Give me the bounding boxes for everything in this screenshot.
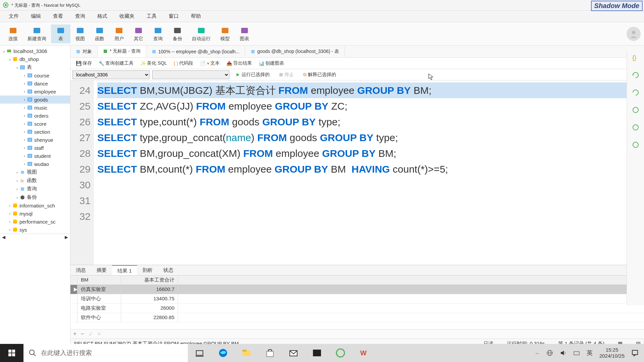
braces-icon[interactable]: {} — [632, 54, 640, 62]
code-line-27[interactable]: SELECT type,group_concat(name) FROM good… — [97, 130, 637, 145]
add-row-button[interactable]: + — [73, 330, 77, 338]
sidebar-scroll[interactable]: ◀▶ — [0, 234, 70, 240]
result-tab-结果 1[interactable]: 结果 1 — [112, 265, 137, 275]
table-row[interactable]: 电路实验室26000 — [70, 304, 644, 313]
action-导出结果[interactable]: 📤导出结果 — [224, 59, 255, 67]
table-row[interactable]: 软件中心22800.85 — [70, 313, 644, 322]
action-查询创建工具[interactable]: 🔧查询创建工具 — [96, 59, 136, 67]
menu-格式[interactable]: 格式 — [91, 11, 113, 21]
tray-chevron-icon[interactable]: ︿ — [535, 350, 540, 356]
refresh-icon-4[interactable] — [632, 123, 640, 131]
code-line-31[interactable] — [97, 193, 637, 208]
network-icon[interactable] — [546, 350, 553, 356]
clock[interactable]: 15:25 2024/10/25 — [599, 347, 625, 359]
menu-帮助[interactable]: 帮助 — [185, 11, 207, 21]
code-line-25[interactable]: SELECT ZC,AVG(JJ) FROM employee GROUP BY… — [97, 98, 637, 114]
tree-table-music[interactable]: ›music — [0, 104, 70, 112]
menu-收藏夹[interactable]: 收藏夹 — [113, 11, 141, 21]
keyboard-icon[interactable] — [573, 350, 580, 356]
menu-查询[interactable]: 查询 — [69, 11, 91, 21]
code-line-28[interactable]: SELECT BM,group_concat(XM) FROM employee… — [97, 145, 637, 161]
backup-button[interactable]: 备份 — [168, 24, 187, 43]
tree-folder-函数[interactable]: ›fx函数 — [0, 176, 70, 185]
confirm-button[interactable]: ✓ — [88, 330, 93, 338]
tree-folder-视图[interactable]: ›视图 — [0, 168, 70, 176]
tree-db-information_sch[interactable]: ›information_sch — [0, 201, 70, 209]
chart-button[interactable]: 图表 — [235, 24, 254, 43]
result-tab-消息[interactable]: 消息 — [70, 265, 91, 275]
refresh-icon-2[interactable] — [632, 88, 640, 97]
notification-icon[interactable] — [631, 349, 639, 357]
store-icon[interactable] — [258, 344, 282, 362]
tree-tables[interactable]: ⌄表 — [0, 63, 70, 71]
action-保存[interactable]: 💾保存 — [73, 59, 95, 67]
sql-editor[interactable]: 242526272829303132 SELECT BM,SUM(JBGZ) 基… — [70, 80, 644, 265]
table-row[interactable]: ▶仿真实验室16600.7 — [70, 285, 644, 294]
tree-folder-备份[interactable]: ›备份 — [0, 193, 70, 201]
tree-table-dance[interactable]: ›dance — [0, 79, 70, 87]
tree-table-score[interactable]: ›score — [0, 120, 70, 128]
refresh-icon-5[interactable] — [632, 141, 640, 149]
wps-icon[interactable]: W — [352, 344, 376, 362]
avatar[interactable] — [627, 27, 641, 41]
code-line-32[interactable] — [97, 208, 637, 224]
new-query-button[interactable]: 新建查询 — [23, 24, 51, 43]
tab-query-untitled[interactable]: * 无标题 - 查询 — [98, 46, 146, 57]
tree-table-goods[interactable]: ›goods — [0, 96, 70, 104]
menu-窗口[interactable]: 窗口 — [163, 11, 185, 21]
ime-indicator[interactable]: 英 — [587, 349, 593, 357]
tab-goods[interactable]: goods @db_shop (localhost_3306) - 表 — [245, 46, 345, 57]
view-button[interactable]: 视图 — [70, 24, 90, 43]
remove-row-button[interactable]: − — [81, 330, 85, 338]
table-row[interactable]: 培训中心13400.75 — [70, 294, 644, 304]
action-美化 SQL[interactable]: ✨美化 SQL — [138, 59, 170, 67]
action-创建图表[interactable]: 📊创建图表 — [256, 59, 287, 67]
menu-文件[interactable]: 文件 — [3, 11, 25, 21]
tree-table-employee[interactable]: ›employee — [0, 87, 70, 96]
code-line-29[interactable]: SELECT BM,count(*) FROM employee GROUP B… — [97, 161, 637, 177]
menu-查看[interactable]: 查看 — [47, 11, 69, 21]
taskbar-search[interactable]: 在此键入进行搜索 — [23, 344, 188, 362]
tree-table-student[interactable]: ›student — [0, 152, 70, 160]
code-line-30[interactable] — [97, 177, 637, 193]
tree-db-db_shop[interactable]: ⌄db_shop — [0, 55, 70, 63]
tree-db-sys[interactable]: ›sys — [0, 226, 70, 234]
tree-connection[interactable]: ⌄localhost_3306 — [0, 47, 70, 55]
automation-button[interactable]: 自动运行 — [187, 24, 215, 43]
refresh-icon-3[interactable] — [632, 106, 640, 114]
connection-select[interactable]: localhost_3306 — [72, 70, 150, 79]
explorer-icon[interactable] — [235, 344, 258, 362]
column-header-bm[interactable]: BM — [77, 276, 121, 285]
tree-folder-查询[interactable]: ›查询 — [0, 185, 70, 193]
tree-table-shenyue[interactable]: ›shenyue — [0, 136, 70, 144]
action-代码段[interactable]: ( )代码段 — [171, 59, 196, 67]
result-tab-剖析[interactable]: 剖析 — [137, 265, 158, 275]
tree-db-performance_sc[interactable]: ›performance_sc — [0, 218, 70, 226]
result-tab-状态[interactable]: 状态 — [158, 265, 179, 275]
code-line-26[interactable]: SELECT type,count(*) FROM goods GROUP BY… — [97, 114, 637, 130]
terminal-icon[interactable] — [305, 344, 329, 362]
refresh-icon[interactable] — [632, 71, 640, 79]
code-line-24[interactable]: SELECT BM,SUM(JBGZ) 基本工资合计 FROM employee… — [97, 82, 637, 98]
code-area[interactable]: SELECT BM,SUM(JBGZ) 基本工资合计 FROM employee… — [94, 80, 637, 265]
menu-工具[interactable]: 工具 — [141, 11, 163, 21]
action-文本[interactable]: 📄 ▾文本 — [197, 59, 222, 67]
explain-selected-button[interactable]: ⧉ 解释已选择的 — [300, 71, 339, 79]
task-view-button[interactable] — [188, 344, 211, 362]
stop-button[interactable]: 停止 — [276, 71, 297, 79]
tree-table-course[interactable]: ›course — [0, 71, 70, 79]
other-button[interactable]: 其它 — [129, 24, 148, 43]
edge-icon[interactable] — [211, 344, 235, 362]
table-button[interactable]: 表 — [51, 24, 70, 43]
tab-objects[interactable]: 对象 — [70, 46, 98, 57]
tree-table-staff[interactable]: ›staff — [0, 144, 70, 152]
schema-select[interactable] — [152, 70, 229, 79]
menu-编辑[interactable]: 编辑 — [25, 11, 47, 21]
tab-employee[interactable]: 100% -- employee @db_shop (localh... — [146, 47, 245, 57]
navicat-icon[interactable] — [329, 344, 352, 362]
tree-table-orders[interactable]: ›orders — [0, 112, 70, 120]
connect-button[interactable]: 连接 — [3, 24, 23, 43]
model-button[interactable]: 模型 — [215, 24, 235, 43]
result-tab-摘要[interactable]: 摘要 — [91, 265, 112, 275]
column-header-sum[interactable]: 基本工资合计 — [121, 276, 178, 285]
